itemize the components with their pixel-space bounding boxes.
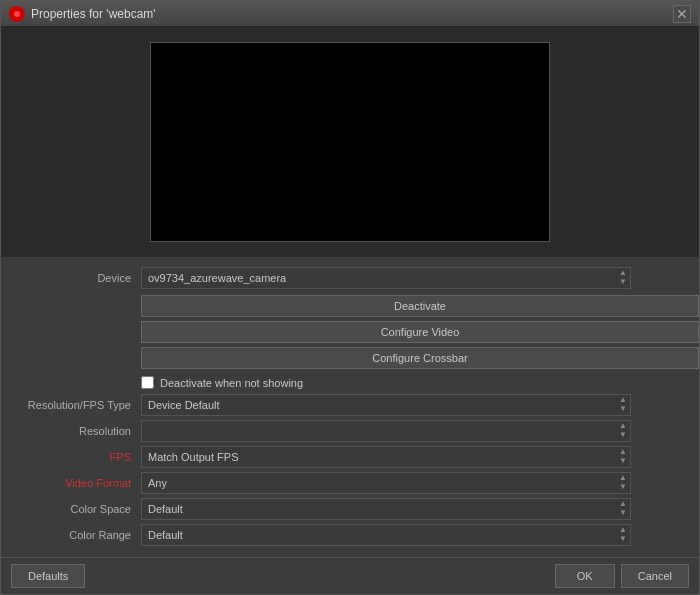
field-control-2: Match Output FPS▲▼ [141,446,699,468]
cancel-button[interactable]: Cancel [621,564,689,588]
device-select-container: ov9734_azurewave_camera ▲▼ [141,267,631,289]
deactivate-checkbox[interactable] [141,376,154,389]
field-row-1: Resolution▲▼ [1,418,699,444]
device-row: Device ov9734_azurewave_camera ▲▼ [1,265,699,291]
field-control-5: Default▲▼ [141,524,699,546]
action-buttons-area: Deactivate Configure Video Configure Cro… [141,291,699,373]
field-row-4: Color SpaceDefault▲▼ [1,496,699,522]
video-preview [150,42,550,242]
preview-area [1,27,699,257]
app-icon [9,6,25,22]
field-control-3: Any▲▼ [141,472,699,494]
device-select[interactable]: ov9734_azurewave_camera [141,267,631,289]
select-container-0: Device Default▲▼ [141,394,631,416]
deactivate-button[interactable]: Deactivate [141,295,699,317]
device-control-area: ov9734_azurewave_camera ▲▼ [141,267,699,289]
window-title: Properties for 'webcam' [31,7,673,21]
bottom-right: OK Cancel [555,564,689,588]
field-label-4: Color Space [1,503,141,515]
title-bar: Properties for 'webcam' ✕ [1,1,699,27]
select-container-3: Any▲▼ [141,472,631,494]
configure-video-button[interactable]: Configure Video [141,321,699,343]
deactivate-checkbox-row: Deactivate when not showing [141,373,699,392]
select-container-4: Default▲▼ [141,498,631,520]
close-button[interactable]: ✕ [673,5,691,23]
field-row-5: Color RangeDefault▲▼ [1,522,699,548]
dynamic-fields: Resolution/FPS TypeDevice Default▲▼Resol… [1,392,699,548]
select-container-2: Match Output FPS▲▼ [141,446,631,468]
select-container-1: ▲▼ [141,420,631,442]
bottom-bar: Defaults OK Cancel [1,557,699,594]
properties-window: Properties for 'webcam' ✕ Device ov9734_… [0,0,700,595]
select-3[interactable]: Any [141,472,631,494]
settings-area: Device ov9734_azurewave_camera ▲▼ Deacti… [1,257,699,557]
deactivate-checkbox-label: Deactivate when not showing [160,377,303,389]
field-label-2: FPS [1,451,141,463]
field-label-0: Resolution/FPS Type [1,399,141,411]
select-5[interactable]: Default [141,524,631,546]
field-row-2: FPSMatch Output FPS▲▼ [1,444,699,470]
field-label-5: Color Range [1,529,141,541]
select-2[interactable]: Match Output FPS [141,446,631,468]
defaults-button[interactable]: Defaults [11,564,85,588]
configure-crossbar-button[interactable]: Configure Crossbar [141,347,699,369]
field-control-4: Default▲▼ [141,498,699,520]
select-4[interactable]: Default [141,498,631,520]
select-1[interactable] [141,420,631,442]
svg-point-1 [14,11,20,17]
select-container-5: Default▲▼ [141,524,631,546]
field-control-0: Device Default▲▼ [141,394,699,416]
device-label: Device [1,272,141,284]
field-label-1: Resolution [1,425,141,437]
field-row-0: Resolution/FPS TypeDevice Default▲▼ [1,392,699,418]
field-row-3: Video FormatAny▲▼ [1,470,699,496]
field-label-3: Video Format [1,477,141,489]
bottom-left: Defaults [11,564,555,588]
ok-button[interactable]: OK [555,564,615,588]
select-0[interactable]: Device Default [141,394,631,416]
field-control-1: ▲▼ [141,420,699,442]
